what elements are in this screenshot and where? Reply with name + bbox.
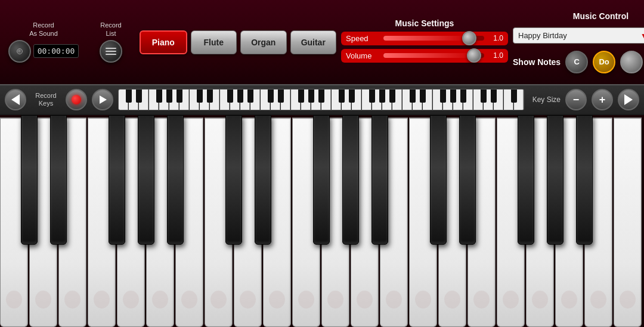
- instrument-row: Piano Flute Organ Guitar: [140, 30, 336, 54]
- list-line-1: [106, 48, 116, 49]
- record-as-sound-knob[interactable]: [8, 40, 31, 63]
- play-keys-button[interactable]: [92, 89, 113, 110]
- record-as-sound-controls: 00:00:00: [8, 40, 79, 63]
- black-key-7[interactable]: [313, 115, 330, 245]
- white-key-21[interactable]: [614, 118, 642, 327]
- black-key-3[interactable]: [138, 115, 154, 245]
- play-keys-icon: [100, 95, 107, 104]
- black-key-8[interactable]: [342, 115, 359, 245]
- instrument-buttons-section: Piano Flute Organ Guitar: [140, 30, 336, 54]
- song-select-arrow-icon: ▼: [640, 32, 644, 40]
- piano-keyboard: [0, 115, 644, 327]
- record-dot-icon: [72, 95, 81, 104]
- black-key-12[interactable]: [518, 115, 534, 245]
- scroll-left-icon: [11, 94, 20, 105]
- note-c-button[interactable]: C: [565, 51, 588, 73]
- song-select[interactable]: Happy Birtday ▼: [513, 27, 644, 44]
- mini-keyboard-strip: [118, 89, 524, 110]
- record-list-knob[interactable]: [100, 40, 122, 63]
- tune-knob[interactable]: [620, 51, 643, 73]
- record-as-sound-label: Record As Sound: [29, 21, 58, 37]
- scroll-left-button[interactable]: [5, 89, 26, 110]
- black-key-0[interactable]: [21, 115, 38, 245]
- volume-slider-fill: [383, 53, 474, 58]
- volume-slider-thumb[interactable]: [467, 48, 481, 63]
- speed-slider-row: Speed 1.0: [341, 32, 508, 45]
- black-key-1[interactable]: [50, 115, 67, 245]
- volume-slider-row: Volume 1.0: [341, 49, 508, 63]
- speed-slider-track[interactable]: [383, 36, 484, 41]
- record-keys-label: Record Keys: [31, 92, 61, 107]
- speed-slider-fill: [383, 36, 469, 41]
- record-button[interactable]: [66, 89, 87, 110]
- flute-button[interactable]: Flute: [191, 30, 237, 54]
- record-as-sound-section: Record As Sound 00:00:00: [5, 21, 82, 62]
- record-list-section: Record List: [87, 21, 135, 62]
- song-name: Happy Birtday: [518, 31, 567, 40]
- note-do-button[interactable]: Do: [593, 51, 615, 73]
- black-key-4[interactable]: [167, 115, 184, 245]
- black-key-10[interactable]: [430, 115, 447, 245]
- music-control-section: Music Control Happy Birtday ▼ Show Notes…: [513, 11, 644, 73]
- top-bar: Record As Sound 00:00:00 Record List Pia…: [0, 0, 644, 85]
- music-settings-section: Music Settings Speed 1.0 Volume 1.0: [341, 18, 508, 66]
- record-list-label: Record List: [100, 21, 121, 37]
- speed-slider-thumb[interactable]: [462, 31, 476, 45]
- song-select-row: Happy Birtday ▼: [513, 24, 644, 47]
- music-settings-title: Music Settings: [395, 18, 454, 28]
- black-key-5[interactable]: [225, 115, 242, 245]
- scroll-right-icon: [624, 94, 633, 105]
- piano-button[interactable]: Piano: [140, 30, 187, 54]
- black-key-11[interactable]: [459, 115, 476, 245]
- list-line-3: [106, 54, 116, 55]
- guitar-button[interactable]: Guitar: [290, 30, 337, 54]
- black-key-6[interactable]: [255, 115, 271, 245]
- speed-value: 1.0: [489, 34, 503, 42]
- volume-slider-track[interactable]: [383, 53, 484, 58]
- key-size-label: Key Size: [532, 95, 561, 104]
- organ-button[interactable]: Organ: [240, 30, 287, 54]
- knob-dot: [17, 48, 23, 54]
- speed-label: Speed: [346, 34, 379, 43]
- timer-display: 00:00:00: [33, 44, 79, 58]
- key-size-increase-button[interactable]: +: [592, 89, 613, 110]
- show-notes-label: Show Notes: [513, 57, 561, 67]
- key-size-decrease-button[interactable]: −: [565, 89, 587, 110]
- volume-label: Volume: [346, 51, 379, 60]
- list-line-2: [106, 51, 116, 52]
- scroll-right-button[interactable]: [618, 89, 639, 110]
- volume-value: 1.0: [489, 51, 503, 60]
- black-key-9[interactable]: [371, 115, 388, 245]
- black-key-14[interactable]: [576, 115, 593, 245]
- black-key-2[interactable]: [109, 115, 125, 245]
- black-key-13[interactable]: [547, 115, 564, 245]
- middle-bar: Record Keys Key Size − +: [0, 85, 644, 115]
- music-control-title: Music Control: [513, 11, 644, 21]
- show-notes-row: Show Notes C Do: [513, 51, 644, 73]
